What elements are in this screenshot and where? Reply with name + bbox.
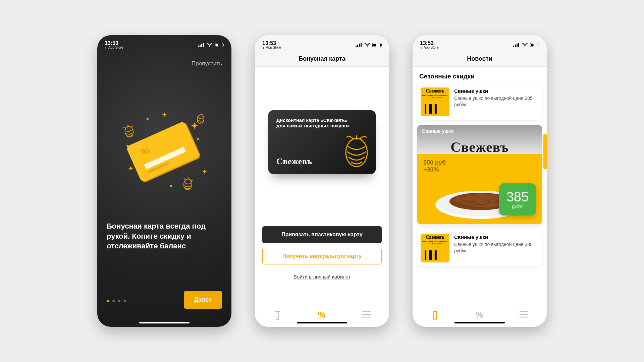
news-card[interactable]: Свежевъ Уши свиные классические с 14.06 … xyxy=(417,84,542,120)
next-button[interactable]: Далее xyxy=(184,291,222,309)
card-text-line1: Дисконтная карта «Свежевъ» xyxy=(276,118,368,123)
svg-rect-2 xyxy=(201,44,202,47)
svg-rect-20 xyxy=(356,46,357,47)
svg-rect-6 xyxy=(216,44,218,46)
bonus-card-screen: 13:53 App Store Бонусная карта Дисконтна… xyxy=(255,35,389,327)
battery-icon xyxy=(215,43,224,47)
battery-icon xyxy=(530,43,539,47)
promo-old-price: 550 руб xyxy=(423,159,536,166)
hop-icon xyxy=(343,135,370,169)
onboarding-headline: Бонусная карта всегда под рукой. Копите … xyxy=(107,221,222,251)
status-back-link[interactable]: App Store xyxy=(262,46,281,50)
onboarding-screen: 13:53 App Store Пропустить xyxy=(97,35,231,327)
home-indicator[interactable] xyxy=(139,322,190,323)
status-time: 13:53 xyxy=(105,40,123,46)
login-link[interactable]: Войти в личный кабинет xyxy=(293,274,351,280)
svg-rect-35 xyxy=(518,43,519,47)
svg-rect-33 xyxy=(515,45,516,47)
svg-point-36 xyxy=(525,46,525,47)
discount-card[interactable]: Дисконтная карта «Свежевъ» для самых выг… xyxy=(268,110,376,174)
tab-feed[interactable] xyxy=(273,310,282,320)
svg-rect-22 xyxy=(359,44,360,47)
news-thumbnail: Свежевъ Уши свиные классические с 14.06 … xyxy=(421,87,449,116)
card-text-line2: для самых выгодных покупок xyxy=(276,123,368,128)
navbar-title: Новости xyxy=(413,51,547,67)
svg-point-11 xyxy=(197,138,199,140)
menu-icon xyxy=(519,310,529,320)
svg-point-10 xyxy=(170,185,172,187)
section-title: Сезонные скидки xyxy=(419,73,540,80)
promo-discount: −30% xyxy=(423,166,536,173)
wifi-icon xyxy=(522,43,528,47)
svg-rect-34 xyxy=(517,44,518,47)
attach-plastic-button[interactable]: Привязать пластиковую карту xyxy=(262,226,382,243)
navbar-title: Бонусная карта xyxy=(255,51,389,67)
promo-price-badge: 385 руб/кг xyxy=(499,183,536,216)
news-title: Свиные ушки xyxy=(454,88,538,94)
promo-card[interactable]: Свиные ушки Свежевъ 550 руб −30% xyxy=(417,125,542,224)
page-dot xyxy=(107,300,109,302)
svg-point-8 xyxy=(147,118,149,120)
news-screen: 13:53 App Store Новости Сезонные скидки … xyxy=(413,35,547,327)
news-title: Свиные ушки xyxy=(454,234,538,240)
svg-rect-0 xyxy=(198,46,199,47)
page-dot xyxy=(112,300,115,302)
status-indicators xyxy=(513,43,539,47)
signal-icon xyxy=(198,43,205,47)
svg-rect-3 xyxy=(203,43,204,47)
tab-menu[interactable] xyxy=(362,310,371,320)
signal-icon xyxy=(356,43,362,47)
svg-rect-23 xyxy=(361,43,362,47)
menu-icon xyxy=(362,310,371,320)
news-desc: Свиные ушки по выгодной цене 385 руб/кг xyxy=(454,241,538,254)
tab-menu[interactable] xyxy=(519,310,529,320)
status-time: 13:53 xyxy=(420,40,438,46)
news-desc: Свиные ушки по выгодной цене 385 руб/кг xyxy=(454,95,538,108)
svg-rect-1 xyxy=(200,45,201,47)
brand-logo: Свежевъ xyxy=(276,157,312,167)
page-dot xyxy=(118,300,120,302)
promo-heading: Свиные ушки xyxy=(422,128,537,134)
peek-next-card[interactable] xyxy=(543,134,547,169)
home-indicator[interactable] xyxy=(454,322,505,323)
svg-point-4 xyxy=(209,46,210,47)
svg-rect-39 xyxy=(539,44,539,46)
svg-rect-38 xyxy=(531,44,534,46)
status-bar: 13:53 App Store xyxy=(97,35,231,51)
status-indicators xyxy=(356,43,382,47)
brand-logo: Свежевъ xyxy=(417,139,542,155)
news-thumbnail: Свежевъ Уши свиные классические с 14.06 … xyxy=(421,234,449,262)
wifi-icon xyxy=(364,43,370,47)
tabbar: % xyxy=(255,305,389,327)
svg-rect-32 xyxy=(513,46,514,47)
svg-point-24 xyxy=(367,46,368,47)
wifi-icon xyxy=(207,43,213,47)
svg-rect-7 xyxy=(223,44,224,46)
status-back-link[interactable]: App Store xyxy=(105,46,123,50)
tab-bonus[interactable]: % xyxy=(475,310,483,320)
status-indicators xyxy=(198,43,224,47)
status-bar: 13:53 App Store xyxy=(255,35,389,51)
svg-rect-21 xyxy=(357,45,358,47)
tab-feed[interactable] xyxy=(431,310,439,320)
page-indicator xyxy=(107,300,126,302)
skip-button[interactable]: Пропустить xyxy=(192,60,222,67)
home-indicator[interactable] xyxy=(297,322,347,323)
get-virtual-button[interactable]: Получить виртуальную карту xyxy=(262,248,382,264)
tabbar: % xyxy=(413,305,547,327)
news-card[interactable]: Свежевъ Уши свиные классические с 14.06 … xyxy=(417,230,542,266)
svg-rect-26 xyxy=(373,44,376,46)
status-time: 13:53 xyxy=(262,40,281,46)
tab-bonus[interactable]: % xyxy=(318,310,325,320)
onboarding-illustration: % xyxy=(97,96,231,209)
status-bar: 13:53 App Store xyxy=(413,35,547,51)
battery-icon xyxy=(372,43,382,47)
page-dot xyxy=(124,300,126,302)
status-back-link[interactable]: App Store xyxy=(420,46,438,50)
signal-icon xyxy=(513,43,520,47)
svg-rect-27 xyxy=(381,44,382,46)
